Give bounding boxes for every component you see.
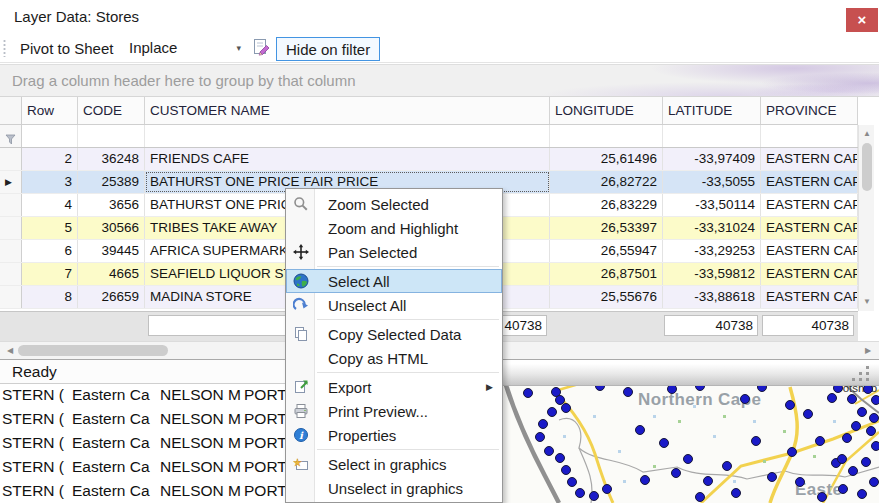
menu-item-select-all[interactable]: Select All: [286, 269, 502, 293]
store-dot[interactable]: [561, 465, 571, 475]
store-dot[interactable]: [861, 457, 871, 467]
menu-item-zoom-and-highlight[interactable]: Zoom and Highlight: [286, 216, 502, 240]
toolbar-grip[interactable]: [3, 39, 6, 57]
store-dot[interactable]: [851, 421, 861, 431]
cell-longitude[interactable]: 26,53397: [550, 217, 663, 239]
filter-cell-row[interactable]: [22, 125, 78, 147]
store-dot[interactable]: [842, 433, 852, 443]
cell-row[interactable]: 6: [22, 240, 78, 262]
store-dot[interactable]: [767, 472, 777, 482]
store-dot[interactable]: [567, 477, 577, 487]
cell-customer-name[interactable]: FRIENDS CAFE: [145, 148, 550, 170]
store-dot[interactable]: [547, 407, 557, 417]
scroll-up-icon[interactable]: ▲: [859, 127, 875, 141]
menu-item-unselect-all[interactable]: Unselect All: [286, 293, 502, 317]
store-dot[interactable]: [803, 409, 813, 419]
cell-code[interactable]: 25389: [78, 171, 145, 193]
hide-on-filter-button[interactable]: Hide on filter: [276, 37, 380, 61]
store-dot[interactable]: [722, 461, 732, 471]
store-dot[interactable]: [695, 492, 705, 502]
store-dot[interactable]: [544, 446, 554, 456]
close-button[interactable]: ×: [846, 8, 878, 32]
cell-code[interactable]: 39445: [78, 240, 145, 262]
column-header-code[interactable]: CODE: [78, 97, 145, 124]
filter-cell-province[interactable]: [761, 125, 858, 147]
filter-cell-code[interactable]: [78, 125, 145, 147]
cell-latitude[interactable]: -33,88618: [663, 286, 761, 308]
cell-latitude[interactable]: -33,50114: [663, 194, 761, 216]
cell-province[interactable]: EASTERN CAPE: [761, 217, 858, 239]
cell-latitude[interactable]: -33,31024: [663, 217, 761, 239]
store-dot[interactable]: [575, 488, 585, 498]
menu-item-properties[interactable]: i Properties: [286, 423, 502, 447]
menu-item-zoom-selected[interactable]: Zoom Selected: [286, 192, 502, 216]
store-dot[interactable]: [523, 388, 533, 398]
store-dot[interactable]: [869, 477, 879, 487]
scroll-left-icon[interactable]: ◀: [2, 342, 18, 359]
cell-province[interactable]: EASTERN CAPE: [761, 240, 858, 262]
menu-item-copy-selected-data[interactable]: Copy Selected Data: [286, 322, 502, 346]
cell-province[interactable]: EASTERN CAPE: [761, 286, 858, 308]
menu-item-unselect-in-graphics[interactable]: Unselect in graphics: [286, 476, 502, 500]
store-dot[interactable]: [857, 407, 867, 417]
scroll-down-icon[interactable]: ▼: [859, 295, 875, 309]
resize-grip-icon[interactable]: [852, 366, 869, 381]
column-header-longitude[interactable]: LONGITUDE: [550, 97, 663, 124]
store-dot[interactable]: [623, 387, 633, 397]
store-dot[interactable]: [683, 454, 693, 464]
cell-row[interactable]: 4: [22, 194, 78, 216]
horizontal-scroll-thumb[interactable]: [18, 345, 168, 356]
store-dot[interactable]: [589, 491, 599, 501]
cell-latitude[interactable]: -33,5055: [663, 171, 761, 193]
column-header-row[interactable]: Row: [22, 97, 78, 124]
cell-row[interactable]: 5: [22, 217, 78, 239]
cell-code[interactable]: 4665: [78, 263, 145, 285]
group-by-panel[interactable]: Drag a column header here to group by th…: [0, 64, 879, 97]
cell-code[interactable]: 3656: [78, 194, 145, 216]
store-dot[interactable]: [535, 432, 545, 442]
vertical-scroll-thumb[interactable]: [862, 143, 872, 191]
cell-latitude[interactable]: -33,59812: [663, 263, 761, 285]
cell-latitude[interactable]: -33,97409: [663, 148, 761, 170]
column-header-province[interactable]: PROVINCE: [761, 97, 858, 124]
store-dot[interactable]: [561, 403, 571, 413]
cell-province[interactable]: EASTERN CAPE: [761, 148, 858, 170]
menu-item-export[interactable]: Export ▶: [286, 375, 502, 399]
cell-row[interactable]: 2: [22, 148, 78, 170]
store-dot[interactable]: [555, 453, 565, 463]
cell-row[interactable]: 8: [22, 286, 78, 308]
pivot-to-sheet-button[interactable]: Pivot to Sheet: [14, 35, 119, 61]
store-dot[interactable]: [785, 400, 795, 410]
cell-longitude[interactable]: 26,87501: [550, 263, 663, 285]
store-dot[interactable]: [869, 413, 879, 423]
store-dot[interactable]: [857, 489, 867, 499]
store-dot[interactable]: [602, 484, 612, 494]
store-dot[interactable]: [827, 393, 837, 403]
menu-item-copy-as-html[interactable]: Copy as HTML: [286, 346, 502, 370]
store-dot[interactable]: [795, 477, 805, 487]
menu-item-select-in-graphics[interactable]: ★ Select in graphics: [286, 452, 502, 476]
store-dot[interactable]: [817, 492, 827, 502]
menu-item-print-preview[interactable]: Print Preview...: [286, 399, 502, 423]
cell-code[interactable]: 26659: [78, 286, 145, 308]
store-dot[interactable]: [751, 436, 761, 446]
store-dot[interactable]: [659, 438, 669, 448]
store-dot[interactable]: [837, 454, 847, 464]
cell-latitude[interactable]: -33,29253: [663, 240, 761, 262]
cell-longitude[interactable]: 26,83229: [550, 194, 663, 216]
store-dot[interactable]: [740, 394, 750, 404]
cell-province[interactable]: EASTERN CAPE: [761, 171, 858, 193]
cell-code[interactable]: 36248: [78, 148, 145, 170]
table-row[interactable]: 2 36248 FRIENDS CAFE 25,61496 -33,97409 …: [0, 148, 858, 171]
cell-row[interactable]: 7: [22, 263, 78, 285]
cell-longitude[interactable]: 26,55947: [550, 240, 663, 262]
store-dot[interactable]: [847, 394, 857, 404]
scroll-right-icon[interactable]: ▶: [860, 342, 876, 359]
store-dot[interactable]: [815, 436, 825, 446]
cell-row[interactable]: 3: [22, 171, 78, 193]
cell-longitude[interactable]: 26,82722: [550, 171, 663, 193]
filter-cell-name[interactable]: [145, 125, 550, 147]
column-header-customer-name[interactable]: CUSTOMER NAME: [145, 97, 550, 124]
store-dot[interactable]: [671, 468, 681, 478]
store-dot[interactable]: [640, 475, 650, 485]
